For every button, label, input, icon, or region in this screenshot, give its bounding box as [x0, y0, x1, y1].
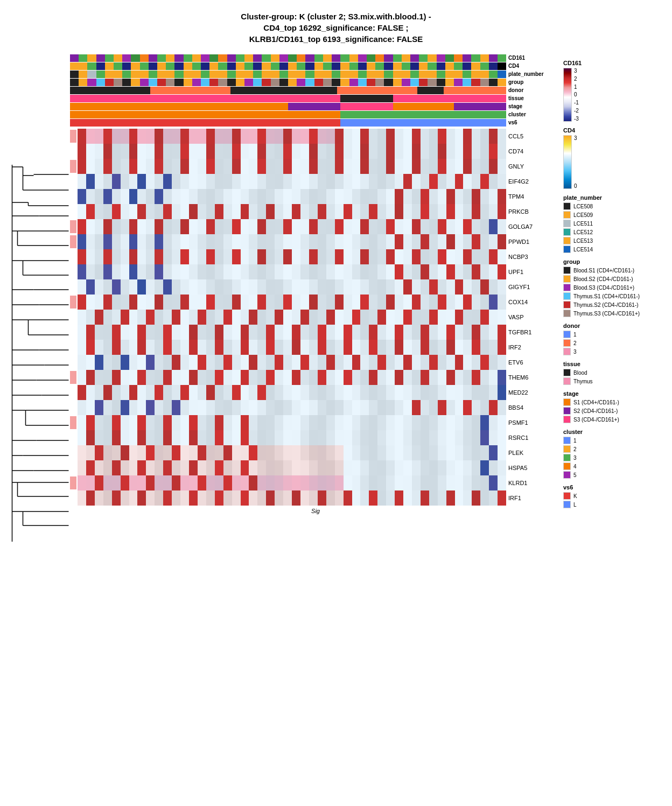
anno-row-stage: stage: [70, 103, 554, 110]
heatmap-cell: [198, 189, 206, 204]
heatmap-cell: [369, 430, 377, 445]
anno-segment: [279, 103, 288, 110]
heatmap-cell: [249, 189, 257, 204]
legend-item: LCE512: [563, 228, 667, 236]
anno-segment: [453, 87, 462, 94]
heatmap-cell: [292, 415, 300, 430]
anno-segment: [358, 111, 367, 118]
heatmap-cell: [266, 385, 275, 400]
anno-segment: [275, 87, 284, 94]
anno-segment: [349, 119, 358, 127]
heatmap-cell: [300, 490, 309, 506]
heatmap-cell: [403, 159, 412, 174]
anno-segment: [168, 87, 177, 94]
significance-marker: [70, 160, 76, 173]
heatmap-cell: [463, 234, 472, 249]
anno-segment: [358, 54, 367, 62]
legend-title: vs6: [563, 484, 667, 490]
heatmap-cell: [180, 129, 189, 144]
heatmap-cell: [472, 144, 480, 159]
anno-segment: [373, 87, 382, 94]
chart-title: Cluster-group: K (cluster 2; S3.mix.with…: [241, 11, 431, 45]
anno-segment: [201, 103, 209, 110]
heatmap-cell: [480, 415, 489, 430]
heatmap-row-ccl5: CCL5: [70, 129, 554, 144]
heatmap-cell: [377, 310, 386, 325]
anno-segment: [437, 95, 445, 102]
heatmap-cell: [344, 370, 352, 385]
anno-segment: [70, 79, 79, 86]
anno-segment: [402, 62, 410, 70]
anno-segment: [184, 119, 192, 127]
heatmap-cell: [386, 159, 395, 174]
anno-segment: [253, 119, 262, 127]
heatmap-cell: [344, 249, 352, 264]
heatmap-cell: [344, 475, 352, 490]
heatmap-cell: [180, 460, 189, 475]
heatmap-cell: [206, 249, 215, 264]
heatmap-cell: [377, 325, 386, 340]
anno-bar-container: [70, 79, 506, 86]
heatmap-cell: [335, 234, 344, 249]
legend-item-label: LCE514: [573, 247, 593, 253]
heatmap-cell: [189, 279, 198, 295]
heatmap-cell: [95, 415, 103, 430]
heatmap-cell: [403, 279, 412, 295]
heatmap-cell: [344, 385, 352, 400]
heatmap-cell: [318, 204, 326, 219]
anno-segment: [428, 111, 436, 118]
anno-segment: [271, 95, 279, 102]
legend-item-label: 3: [573, 455, 577, 461]
heatmap-cell: [412, 325, 421, 340]
heatmap-cell: [318, 264, 326, 279]
gene-label: TGFBR1: [506, 325, 554, 340]
anno-segment: [445, 79, 454, 86]
heatmap-cell: [438, 430, 446, 445]
heatmap-cell: [215, 249, 223, 264]
heatmap-cell: [137, 264, 146, 279]
heatmap-cell: [129, 249, 138, 264]
heatmap-cell: [318, 325, 326, 340]
anno-segment: [192, 62, 201, 70]
heatmap-cell: [215, 279, 223, 295]
heatmap-cell: [103, 490, 112, 506]
heatmap-cell: [206, 219, 215, 234]
heatmap-cell: [257, 279, 266, 295]
heatmap-cell: [180, 234, 189, 249]
heatmap-cell: [352, 430, 361, 445]
heatmap-cell: [129, 264, 138, 279]
anno-segment: [209, 71, 218, 78]
heatmap-cell: [369, 370, 377, 385]
heatmap-cell: [241, 129, 249, 144]
heatmap-cell: [352, 279, 361, 295]
heatmap-cell: [155, 445, 163, 460]
heatmap-cell: [180, 490, 189, 506]
heatmap-cell: [215, 219, 223, 234]
heatmap-cell: [472, 174, 480, 189]
anno-row-tissue: tissue: [70, 95, 554, 102]
heatmap-cell: [480, 325, 489, 340]
heatmap-cell: [189, 204, 198, 219]
heatmap-cell: [95, 279, 103, 295]
heatmap-cell: [480, 144, 489, 159]
anno-segment: [209, 111, 218, 118]
heatmap-cell: [335, 460, 344, 475]
anno-segment: [297, 79, 305, 86]
heatmap-cell: [121, 385, 129, 400]
heatmap-cell: [498, 249, 506, 264]
heatmap-cell: [146, 310, 155, 325]
heatmap-cell: [498, 189, 506, 204]
heatmap-cell: [121, 264, 129, 279]
heatmap-cell: [137, 219, 146, 234]
heatmap-cell: [155, 234, 163, 249]
heatmap-cell: [180, 475, 189, 490]
anno-bar-container: [70, 111, 506, 118]
anno-segment: [106, 87, 115, 94]
heatmap-cell: [249, 340, 257, 355]
anno-segment: [244, 79, 253, 86]
heatmap-cell: [292, 355, 300, 370]
heatmap-cell: [446, 174, 455, 189]
anno-segment: [332, 119, 340, 127]
anno-segment: [463, 95, 471, 102]
heatmap-cell: [412, 159, 421, 174]
